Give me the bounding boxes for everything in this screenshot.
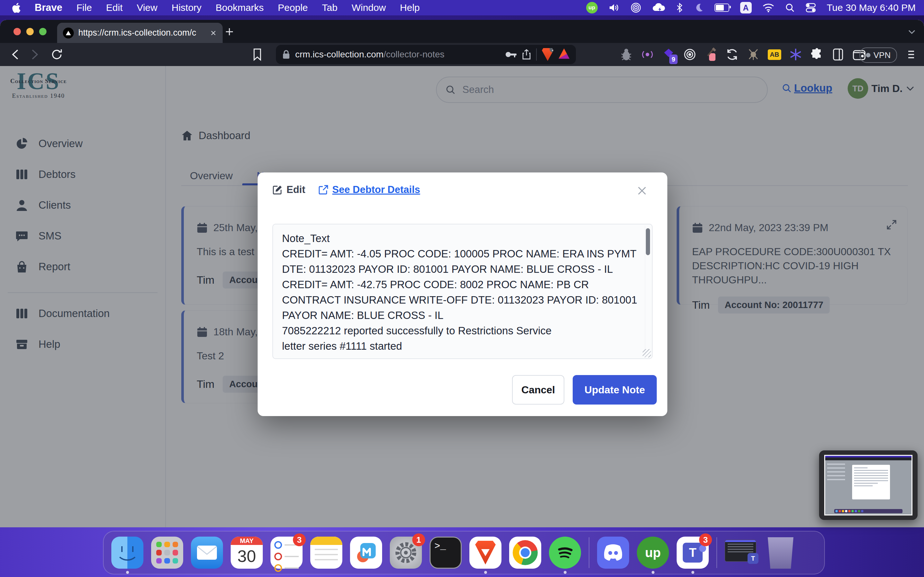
sidebar-toggle-icon[interactable] — [831, 47, 845, 61]
browser-menu-icon[interactable] — [907, 49, 916, 60]
calendar-day: 30 — [231, 545, 263, 567]
battery-icon[interactable] — [714, 3, 729, 12]
tab-title: https://crm.ics-collection.com/c — [78, 28, 205, 38]
zoom-window-button[interactable] — [39, 28, 47, 35]
airdrop-icon[interactable] — [630, 2, 641, 13]
note-textarea-container: Note_Text CREDIT= AMT: -4.05 PROC CODE: … — [272, 224, 653, 359]
minimize-window-button[interactable] — [26, 28, 34, 35]
edit-note-modal: Edit See Debtor Details Note_Text CREDIT… — [258, 172, 667, 416]
calendar-month: MAY — [231, 537, 263, 545]
input-source-icon[interactable]: A — [740, 2, 752, 13]
asterisk-extension-icon[interactable] — [788, 47, 803, 61]
note-textarea[interactable]: Note_Text CREDIT= AMT: -4.05 PROC CODE: … — [272, 224, 653, 359]
menu-item-file[interactable]: File — [76, 2, 92, 13]
minimized-window-thumbnail[interactable]: T — [725, 537, 757, 569]
menu-item-brave[interactable]: Brave — [35, 2, 62, 13]
gem-extension-icon[interactable]: 9 — [662, 47, 676, 61]
edit-pencil-icon — [272, 185, 283, 195]
menu-item-edit[interactable]: Edit — [106, 2, 123, 13]
menu-item-bookmarks[interactable]: Bookmarks — [216, 2, 264, 13]
screen-share-preview-window[interactable] — [819, 450, 918, 520]
sync-extension-icon[interactable] — [725, 47, 739, 61]
teams-dock-icon[interactable]: 3 T — [677, 537, 709, 569]
reload-button[interactable] — [51, 48, 63, 61]
browser-tab-strip: https://crm.ics-collection.com/c — [0, 20, 924, 43]
upwork-status-icon[interactable]: up — [586, 2, 598, 13]
control-center-icon[interactable] — [806, 3, 816, 13]
shield-badge: 2 — [549, 45, 557, 53]
settings-dock-icon[interactable]: 1 — [390, 537, 422, 569]
terminal-dock-icon[interactable]: >_ — [430, 537, 462, 569]
cricket-extension-icon[interactable] — [746, 47, 760, 61]
running-indicator — [484, 571, 487, 574]
running-indicator — [652, 571, 654, 574]
bluetooth-icon[interactable] — [676, 3, 683, 13]
cancel-button[interactable]: Cancel — [512, 375, 564, 405]
menu-item-view[interactable]: View — [137, 2, 157, 13]
menu-item-help[interactable]: Help — [400, 2, 420, 13]
bookmark-icon[interactable] — [253, 48, 262, 61]
wave-app-dock-icon[interactable] — [350, 537, 382, 569]
browser-toolbar: crm.ics-collection.com/collector-notes 2 — [0, 43, 924, 66]
broadcast-extension-icon[interactable] — [640, 47, 654, 61]
tab-search-chevron-icon[interactable] — [908, 29, 916, 35]
brave-dock-icon[interactable] — [469, 537, 501, 569]
textarea-resize-handle[interactable] — [643, 349, 651, 358]
vpn-status-dot — [866, 53, 871, 57]
upwork-label: up — [645, 546, 661, 560]
new-tab-button[interactable] — [225, 27, 234, 37]
bug-extension-icon[interactable] — [619, 47, 633, 61]
update-note-button[interactable]: Update Note — [573, 375, 657, 405]
brave-shield-icon[interactable]: 2 — [542, 48, 553, 61]
menu-item-window[interactable]: Window — [352, 2, 386, 13]
wifi-icon[interactable] — [762, 3, 774, 12]
tab-close-icon[interactable] — [210, 29, 217, 37]
brave-rewards-icon[interactable] — [559, 48, 569, 61]
spotlight-icon[interactable] — [785, 3, 795, 13]
extensions-puzzle-icon[interactable] — [810, 47, 824, 61]
password-key-icon[interactable] — [505, 51, 517, 58]
forward-button[interactable] — [31, 49, 39, 60]
menu-item-tab[interactable]: Tab — [322, 2, 338, 13]
see-debtor-details-link[interactable]: See Debtor Details — [318, 184, 420, 195]
close-window-button[interactable] — [13, 28, 21, 35]
lock-icon — [282, 50, 290, 59]
address-bar-divider — [536, 48, 537, 61]
apple-menu-icon[interactable] — [12, 3, 21, 13]
spotify-dock-icon[interactable] — [549, 537, 581, 569]
tab-favicon — [63, 27, 74, 39]
textarea-scrollbar-thumb[interactable] — [646, 228, 650, 255]
browser-tab[interactable]: https://crm.ics-collection.com/c — [57, 23, 223, 43]
cloudflare-warp-icon[interactable] — [652, 3, 665, 12]
eyedropper-extension-icon[interactable] — [704, 47, 718, 61]
volume-icon[interactable] — [609, 3, 620, 13]
target-extension-icon[interactable] — [683, 47, 697, 61]
external-link-icon — [318, 185, 328, 195]
back-button[interactable] — [11, 49, 19, 60]
edit-link[interactable]: Edit — [272, 184, 305, 195]
chrome-dock-icon[interactable] — [509, 537, 541, 569]
finder-dock-icon[interactable] — [111, 537, 144, 569]
menu-item-people[interactable]: People — [278, 2, 308, 13]
reminders-dock-icon[interactable]: 3 — [270, 537, 302, 569]
url-text: crm.ics-collection.com/collector-notes — [295, 49, 444, 60]
mail-dock-icon[interactable] — [191, 537, 223, 569]
ab-text-extension-icon[interactable]: AB — [767, 47, 782, 61]
address-bar[interactable]: crm.ics-collection.com/collector-notes 2 — [276, 45, 576, 64]
do-not-disturb-moon-icon[interactable] — [694, 3, 704, 13]
menu-bar-clock[interactable]: Tue 30 May 6:40 PM — [827, 2, 916, 13]
notification-badge: 3 — [699, 533, 712, 546]
discord-dock-icon[interactable] — [597, 537, 629, 569]
calendar-dock-icon[interactable]: MAY 30 — [231, 537, 263, 569]
running-indicator — [691, 571, 694, 574]
modal-close-icon[interactable] — [636, 185, 648, 196]
share-icon[interactable] — [522, 49, 531, 60]
screen-share-thumbnail — [824, 455, 913, 516]
upwork-dock-icon[interactable]: up — [637, 537, 669, 569]
launchpad-dock-icon[interactable] — [151, 537, 183, 569]
trash-dock-icon[interactable] — [764, 537, 796, 569]
notes-dock-icon[interactable] — [310, 537, 342, 569]
dock-separator — [589, 537, 590, 568]
vpn-button[interactable]: VPN — [859, 47, 897, 63]
menu-item-history[interactable]: History — [172, 2, 202, 13]
